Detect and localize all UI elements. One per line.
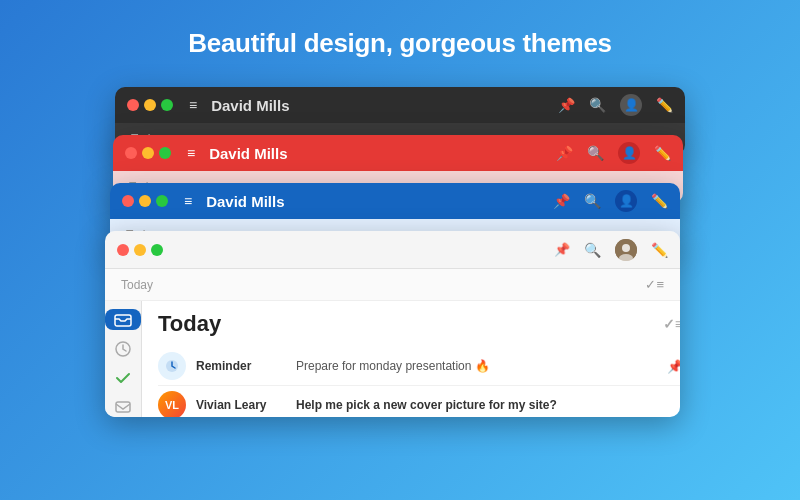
sidebar <box>105 301 142 417</box>
today-filter-icon[interactable]: ✓≡ <box>663 316 680 332</box>
titlebar-title-dark: David Mills <box>211 97 552 114</box>
app-stack: ≡ David Mills 📌 🔍 👤 ✏️ Today ✓≡ ≡ David … <box>105 87 695 417</box>
close-button-blue[interactable] <box>122 195 134 207</box>
reminder-sender: Reminder <box>196 359 286 373</box>
subheader-light: Today ✓≡ <box>105 269 680 301</box>
traffic-lights-red <box>125 147 171 159</box>
list-item-reminder[interactable]: Reminder Prepare for monday presentation… <box>158 347 680 386</box>
sidebar-check-icon[interactable] <box>105 367 141 388</box>
maximize-button-light[interactable] <box>151 244 163 256</box>
menu-icon-red[interactable]: ≡ <box>187 145 195 161</box>
titlebar-light: 📌 🔍 ✏️ <box>105 231 680 269</box>
titlebar-blue: ≡ David Mills 📌 🔍 👤 ✏️ <box>110 183 680 219</box>
close-button-dark[interactable] <box>127 99 139 111</box>
close-button-red[interactable] <box>125 147 137 159</box>
titlebar-icons-blue: 📌 🔍 👤 ✏️ <box>553 190 668 212</box>
page-title: Beautiful design, gorgeous themes <box>188 28 612 59</box>
pin-icon-dark[interactable]: 📌 <box>558 97 575 113</box>
vivian-preview: Help me pick a new cover picture for my … <box>296 398 680 412</box>
subheader-filter-light[interactable]: ✓≡ <box>645 277 664 292</box>
edit-icon-dark[interactable]: ✏️ <box>656 97 673 113</box>
pin-icon-red[interactable]: 📌 <box>556 145 573 161</box>
content-area: Today ✓≡ Reminder Prepare for monday pre… <box>105 301 680 417</box>
svg-rect-5 <box>116 402 130 412</box>
minimize-button-blue[interactable] <box>139 195 151 207</box>
menu-icon-blue[interactable]: ≡ <box>184 193 192 209</box>
pin-icon-light[interactable]: 📌 <box>554 242 570 257</box>
titlebar-title-red: David Mills <box>209 145 550 162</box>
subheader-label-light: Today <box>121 278 153 292</box>
minimize-button-light[interactable] <box>134 244 146 256</box>
today-label: Today <box>158 311 221 337</box>
pin-icon-blue[interactable]: 📌 <box>553 193 570 209</box>
reminder-pin-icon: 📌 <box>667 359 680 374</box>
avatar-red: 👤 <box>618 142 640 164</box>
sidebar-inbox-icon[interactable] <box>105 309 141 330</box>
titlebar-icons-dark: 📌 🔍 👤 ✏️ <box>558 94 673 116</box>
traffic-lights-light <box>117 244 163 256</box>
titlebar-title-blue: David Mills <box>206 193 547 210</box>
search-icon-red[interactable]: 🔍 <box>587 145 604 161</box>
menu-icon-dark[interactable]: ≡ <box>189 97 197 113</box>
window-light: 📌 🔍 ✏️ Today ✓≡ <box>105 231 680 417</box>
today-header: Today ✓≡ <box>158 311 680 337</box>
search-icon-dark[interactable]: 🔍 <box>589 97 606 113</box>
maximize-button-red[interactable] <box>159 147 171 159</box>
traffic-lights-blue <box>122 195 168 207</box>
titlebar-icons-light: 📌 🔍 ✏️ <box>554 239 668 261</box>
minimize-button-red[interactable] <box>142 147 154 159</box>
reminder-icon <box>158 352 186 380</box>
avatar-dark: 👤 <box>620 94 642 116</box>
sidebar-mail-icon[interactable] <box>105 396 141 417</box>
minimize-button-dark[interactable] <box>144 99 156 111</box>
main-content: Today ✓≡ Reminder Prepare for monday pre… <box>142 301 680 417</box>
edit-icon-blue[interactable]: ✏️ <box>651 193 668 209</box>
search-icon-light[interactable]: 🔍 <box>584 242 601 258</box>
svg-point-1 <box>622 244 630 252</box>
traffic-lights-dark <box>127 99 173 111</box>
edit-icon-light[interactable]: ✏️ <box>651 242 668 258</box>
avatar-blue: 👤 <box>615 190 637 212</box>
edit-icon-red[interactable]: ✏️ <box>654 145 671 161</box>
reminder-preview: Prepare for monday presentation 🔥 <box>296 359 657 373</box>
search-icon-blue[interactable]: 🔍 <box>584 193 601 209</box>
avatar-light <box>615 239 637 261</box>
vivian-sender: Vivian Leary <box>196 398 286 412</box>
titlebar-red: ≡ David Mills 📌 🔍 👤 ✏️ <box>113 135 683 171</box>
vivian-avatar: VL <box>158 391 186 417</box>
sidebar-clock-icon[interactable] <box>105 338 141 359</box>
maximize-button-blue[interactable] <box>156 195 168 207</box>
close-button-light[interactable] <box>117 244 129 256</box>
maximize-button-dark[interactable] <box>161 99 173 111</box>
list-item-vivian[interactable]: VL Vivian Leary Help me pick a new cover… <box>158 386 680 417</box>
titlebar-dark: ≡ David Mills 📌 🔍 👤 ✏️ <box>115 87 685 123</box>
titlebar-icons-red: 📌 🔍 👤 ✏️ <box>556 142 671 164</box>
